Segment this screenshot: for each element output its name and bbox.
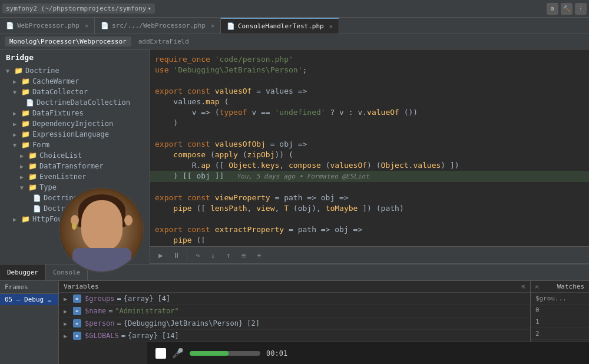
var-row-person[interactable]: ▶ ≡ $person = {Debugging\JetBrains\Perso… (59, 317, 530, 330)
var-name-person: $person (85, 319, 115, 327)
tab-close-icon[interactable]: ✕ (85, 22, 88, 29)
code-content-14: pipe ([ (155, 235, 206, 246)
tab-src-webprocessor[interactable]: 📄 src/.../WebProcessor.php ✕ (95, 18, 221, 34)
tree-choicelist[interactable]: ▶ 📁 ChoiceList (0, 150, 150, 161)
watches-collapse-icon[interactable]: ⇱ (535, 283, 539, 290)
var-row-name[interactable]: ▶ ≡ $name = "Administrator" (59, 305, 530, 317)
file-icon-ormext: 📄 (33, 194, 41, 202)
folder-icon-doctrine: 📁 (14, 67, 23, 75)
tree-doctrine[interactable]: ▼ 📁 Doctrine (0, 65, 150, 76)
code-line-6: ) (150, 118, 589, 128)
watch-row-group[interactable]: $grou... (531, 293, 589, 305)
folder-icon-el: 📁 (21, 130, 30, 138)
code-content-6: ) (155, 118, 178, 128)
more-icon[interactable]: ⋮ (575, 3, 587, 15)
tab-close-icon2[interactable]: ✕ (211, 22, 214, 29)
folder-icon-cl: 📁 (28, 151, 37, 160)
debug-stepinto-btn[interactable]: ↓ (207, 249, 219, 261)
var-arrow-name: ▶ (64, 308, 71, 315)
folder-icon-form: 📁 (21, 141, 30, 149)
code-line-empty1 (150, 75, 589, 86)
watch-row-2[interactable]: 2 (531, 328, 589, 340)
frame-item-1[interactable]: 05 – Debug Too... (0, 294, 58, 305)
debug-stepout-btn[interactable]: ↑ (223, 249, 234, 261)
vars-expand-icon[interactable]: ⇱ (521, 283, 525, 290)
tree-arrow-datafixtures: ▶ (13, 110, 20, 117)
var-arrow-groups: ▶ (64, 296, 71, 302)
var-eq-person: = (117, 319, 121, 327)
breadcrumb-method[interactable]: addExtraField (134, 37, 194, 47)
tree-cachewarmer[interactable]: ▶ 📁 CacheWarmer (0, 76, 150, 87)
tree-arrow-dt: ▶ (20, 163, 27, 170)
var-eq-globals: = (121, 332, 125, 340)
tree-form[interactable]: ▼ 📁 Form (0, 140, 150, 150)
build-icon[interactable]: 🔨 (561, 3, 573, 15)
var-val-globals: {array} [14] (128, 332, 179, 340)
tab-label2: src/.../WebProcessor.php (112, 22, 206, 29)
debug-resume-btn[interactable]: ▶ (155, 249, 167, 261)
var-row-globals[interactable]: ▶ ≡ $GLOBALS = {array} [14] (59, 330, 530, 342)
watch-row-0[interactable]: 0 (531, 305, 589, 316)
progress-fill (190, 351, 229, 356)
tab-debugger-label: Debugger (7, 269, 38, 276)
code-content-12: pipe ([ lensPath, view, T (obj), toMaybe… (155, 203, 404, 214)
debug-more-btn[interactable]: + (253, 249, 265, 261)
breadcrumb-bar: Monolog\Processor\Webprocessor addExtraF… (0, 34, 589, 49)
frame-label-1: 05 – Debug Too... (5, 296, 58, 303)
code-content-2: use 'Debugging\JetBrains\Person'; (155, 65, 307, 75)
code-line-10: ) [[ obj ]] You, 5 days ago • Formateo @… (150, 171, 589, 182)
tab-consolehandler[interactable]: 📄 ConsoleHandlerTest.php ✕ (221, 18, 339, 34)
tab-debugger[interactable]: Debugger (0, 264, 46, 280)
var-name-name: $name (85, 307, 106, 315)
watch-row-1[interactable]: 1 (531, 316, 589, 328)
code-content-9: R.ap ([ Object.keys, compose (valuesOf) … (155, 160, 459, 171)
code-line-4: values.map ( (150, 97, 589, 107)
debug-pause-btn[interactable]: ⏸ (170, 249, 182, 261)
variables-header: Variables ⇱ (59, 281, 530, 293)
tree-arrow-datacollector: ▼ (13, 89, 20, 95)
media-time: 00:01 (266, 349, 287, 358)
folder-icon-datacollector: 📁 (21, 88, 30, 96)
var-val-person: {Debugging\JetBrains\Person} [2] (124, 319, 260, 327)
media-controls-bar: 🎤 00:01 (147, 342, 589, 364)
breadcrumb-namespace[interactable]: Monolog\Processor\Webprocessor (5, 37, 131, 47)
mic-icon[interactable]: 🎤 (172, 348, 184, 359)
tree-evenlistner[interactable]: ▶ 📁 EvenListner (0, 171, 150, 182)
code-content-13: export const extractProperty = path => o… (155, 224, 362, 235)
php-icon: 📄 (6, 22, 14, 29)
code-line-9: R.ap ([ Object.keys, compose (valuesOf) … (150, 160, 589, 171)
code-content-11: export const viewProperty = path => obj … (155, 193, 349, 203)
debug-stepover-btn[interactable]: ↷ (192, 249, 204, 261)
frames-title: Frames (0, 281, 58, 294)
code-content-1: require_once 'code/person.php' (155, 54, 293, 65)
debug-evaluate-btn[interactable]: ≡ (238, 249, 250, 261)
tree-datatransformer[interactable]: ▶ 📁 DataTransformer (0, 161, 150, 171)
code-line-11: export const viewProperty = path => obj … (150, 193, 589, 203)
settings-icon[interactable]: ⚙ (547, 3, 558, 15)
project-dropdown[interactable]: symfony2 (~/phpstormprojects/symfony ▾ (2, 4, 155, 14)
watches-header: ⇱ Watches (531, 281, 589, 293)
tree-datacollector[interactable]: ▼ 📁 DataCollector (0, 87, 150, 97)
folder-icon-cachewarmer: 📁 (21, 77, 30, 85)
code-line-1: require_once 'code/person.php' (150, 54, 589, 65)
code-line-empty2 (150, 128, 589, 139)
tree-doctrinedatacollection[interactable]: 📄 DoctrineDataCollection (0, 97, 150, 108)
tree-arrow-el: ▶ (13, 131, 20, 138)
progress-bar[interactable] (190, 351, 260, 356)
tree-dependencyinjection[interactable]: ▶ 📁 DependencyInjection (0, 118, 150, 129)
tab-close-icon3[interactable]: ✕ (329, 23, 333, 29)
code-line-5: v => (typeof v == 'undefined' ? v : v.va… (150, 107, 589, 118)
tab-webprocessor[interactable]: 📄 WebProcessor.php ✕ (0, 18, 95, 34)
var-icon-globals: ≡ (73, 332, 81, 340)
tree-expressionlanguage[interactable]: ▶ 📁 ExpressionLanguage (0, 129, 150, 140)
code-line-14: pipe ([ (150, 235, 589, 246)
tree-arrow-cl: ▶ (20, 153, 27, 159)
tree-datafixtures[interactable]: ▶ 📁 DataFixtures (0, 108, 150, 118)
stop-button[interactable] (155, 348, 166, 359)
var-row-groups[interactable]: ▶ ≡ $groups = {array} [4] (59, 293, 530, 305)
code-line-empty3 (150, 182, 589, 193)
folder-icon-datafixtures: 📁 (21, 109, 30, 117)
tab-label: WebProcessor.php (17, 22, 80, 29)
watches-title: Watches (557, 283, 584, 290)
frames-panel: Frames 05 – Debug Too... (0, 281, 59, 364)
